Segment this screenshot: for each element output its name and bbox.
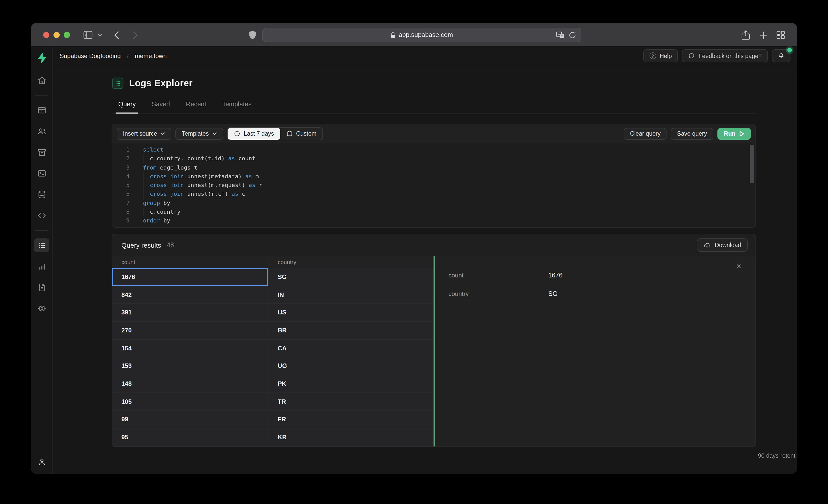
breadcrumb-org[interactable]: Supabase Dogfooding bbox=[60, 52, 121, 59]
supabase-logo[interactable] bbox=[36, 52, 47, 65]
back-button[interactable] bbox=[114, 23, 119, 47]
sidebar-item-auth[interactable] bbox=[34, 124, 49, 138]
query-results-panel: Query results 48 Download c bbox=[112, 234, 756, 447]
table-row[interactable]: 153UG bbox=[112, 357, 433, 375]
cell-count[interactable]: 95 bbox=[112, 428, 268, 446]
privacy-shield-icon[interactable] bbox=[249, 23, 256, 47]
code-line: 5 cross join unnest(m.request) as r bbox=[112, 181, 755, 190]
cell-count[interactable]: 105 bbox=[112, 393, 268, 410]
last-7-days-option[interactable]: Last 7 days bbox=[228, 128, 280, 139]
table-row[interactable]: 391US bbox=[112, 304, 433, 322]
cell-country[interactable]: SG bbox=[268, 268, 433, 285]
detail-field-value: SG bbox=[548, 290, 557, 297]
cell-count[interactable]: 842 bbox=[112, 286, 268, 303]
insert-source-button[interactable]: Insert source bbox=[117, 128, 171, 139]
tab-templates[interactable]: Templates bbox=[222, 101, 251, 113]
row-detail-panel: count1676countrySG ✕ bbox=[433, 256, 755, 447]
cell-country[interactable]: UG bbox=[268, 357, 433, 374]
table-row[interactable]: 95KR bbox=[112, 428, 433, 446]
feedback-button[interactable]: Feedback on this page? bbox=[682, 49, 768, 62]
query-toolbar: Insert source Templates bbox=[112, 124, 755, 143]
code-line: 10 count desc bbox=[112, 225, 755, 228]
chat-bubble-icon bbox=[688, 52, 695, 59]
reload-icon[interactable] bbox=[569, 31, 576, 39]
sql-editor[interactable]: 1select2 c.country, count(t.id) as count… bbox=[112, 143, 755, 228]
cell-count[interactable]: 1676 bbox=[112, 268, 268, 285]
sidebar-item-database[interactable] bbox=[34, 187, 49, 201]
cell-country[interactable]: PK bbox=[268, 375, 433, 392]
table-row[interactable]: 99FR bbox=[112, 411, 433, 428]
code-text: select bbox=[143, 145, 164, 154]
bell-icon bbox=[778, 52, 784, 59]
cell-country[interactable]: FR bbox=[268, 411, 433, 428]
sidebar-item-reports[interactable] bbox=[34, 260, 49, 273]
line-number: 7 bbox=[112, 199, 130, 208]
sidebar-item-home[interactable] bbox=[34, 74, 49, 87]
sidebar-item-docs[interactable] bbox=[34, 280, 49, 294]
tab-overview-icon[interactable] bbox=[777, 23, 785, 47]
cell-country[interactable]: US bbox=[268, 304, 433, 321]
notifications-button[interactable] bbox=[772, 49, 790, 62]
table-row[interactable]: 154CA bbox=[112, 339, 433, 357]
breadcrumb-project[interactable]: meme.town bbox=[135, 52, 167, 59]
clear-query-button[interactable]: Clear query bbox=[624, 128, 667, 139]
zoom-window-button[interactable] bbox=[64, 32, 70, 38]
page-title: Logs Explorer bbox=[129, 78, 193, 89]
sidebar-divider bbox=[35, 95, 48, 96]
column-header-country[interactable]: country bbox=[268, 257, 433, 268]
sidebar-item-sql-editor[interactable] bbox=[34, 167, 49, 180]
screen: app.supabase.com A x bbox=[0, 0, 828, 504]
cell-count[interactable]: 270 bbox=[112, 322, 268, 339]
new-tab-icon[interactable] bbox=[759, 23, 767, 47]
cell-country[interactable]: TR bbox=[268, 393, 433, 410]
code-line: 3from edge_logs t bbox=[112, 163, 755, 172]
table-row[interactable]: 105TR bbox=[112, 393, 433, 411]
detail-field-label: country bbox=[449, 290, 548, 297]
templates-button[interactable]: Templates bbox=[176, 128, 223, 139]
account-user-icon[interactable] bbox=[37, 457, 46, 468]
code-line: 1select bbox=[112, 145, 755, 154]
save-query-button[interactable]: Save query bbox=[671, 128, 713, 139]
table-row[interactable]: 842IN bbox=[112, 286, 433, 304]
cell-count[interactable]: 154 bbox=[112, 339, 268, 357]
help-button[interactable]: ? Help bbox=[643, 49, 678, 62]
table-row[interactable]: 148PK bbox=[112, 375, 433, 393]
cell-country[interactable]: IN bbox=[268, 286, 433, 303]
sidebar-item-table-editor[interactable] bbox=[34, 103, 49, 117]
address-bar[interactable]: app.supabase.com A x bbox=[262, 28, 581, 42]
cell-country[interactable]: KR bbox=[268, 428, 433, 446]
forward-button[interactable] bbox=[133, 23, 138, 47]
cell-country[interactable]: BR bbox=[268, 322, 433, 339]
tab-query[interactable]: Query bbox=[118, 101, 136, 113]
tab-saved[interactable]: Saved bbox=[152, 101, 170, 113]
translate-icon[interactable]: A x bbox=[556, 31, 565, 39]
cell-count[interactable]: 148 bbox=[112, 375, 268, 392]
date-range-segment: Last 7 days Custom bbox=[227, 127, 323, 140]
minimize-window-button[interactable] bbox=[53, 32, 60, 38]
code-line: 7group by bbox=[112, 199, 755, 208]
sidebar-item-logs-explorer[interactable] bbox=[34, 238, 49, 252]
sidebar-toggle-icon[interactable] bbox=[83, 23, 92, 47]
cell-count[interactable]: 99 bbox=[112, 411, 268, 428]
breadcrumb-separator: / bbox=[127, 52, 129, 59]
line-number: 4 bbox=[112, 172, 130, 181]
close-icon[interactable]: ✕ bbox=[736, 263, 742, 270]
sidebar-item-settings[interactable] bbox=[34, 302, 49, 315]
cell-country[interactable]: CA bbox=[268, 339, 433, 357]
sidebar-item-api[interactable] bbox=[34, 209, 49, 223]
editor-scrollbar-thumb[interactable] bbox=[750, 145, 754, 183]
custom-range-option[interactable]: Custom bbox=[280, 128, 323, 139]
run-button[interactable]: Run bbox=[717, 128, 751, 139]
cell-count[interactable]: 153 bbox=[112, 357, 268, 374]
share-icon[interactable] bbox=[742, 23, 750, 47]
sidebar-item-storage[interactable] bbox=[34, 145, 49, 159]
download-button[interactable]: Download bbox=[697, 238, 748, 252]
main-area: Supabase Dogfooding / meme.town ? Help F… bbox=[53, 47, 797, 474]
cell-count[interactable]: 391 bbox=[112, 304, 268, 321]
table-row[interactable]: 270BR bbox=[112, 322, 433, 339]
tab-recent[interactable]: Recent bbox=[186, 101, 206, 113]
close-window-button[interactable] bbox=[43, 32, 49, 38]
column-header-count[interactable]: count bbox=[112, 257, 268, 268]
table-row[interactable]: 1676SG bbox=[112, 268, 433, 286]
sidebar-chevron-icon[interactable] bbox=[97, 23, 102, 47]
